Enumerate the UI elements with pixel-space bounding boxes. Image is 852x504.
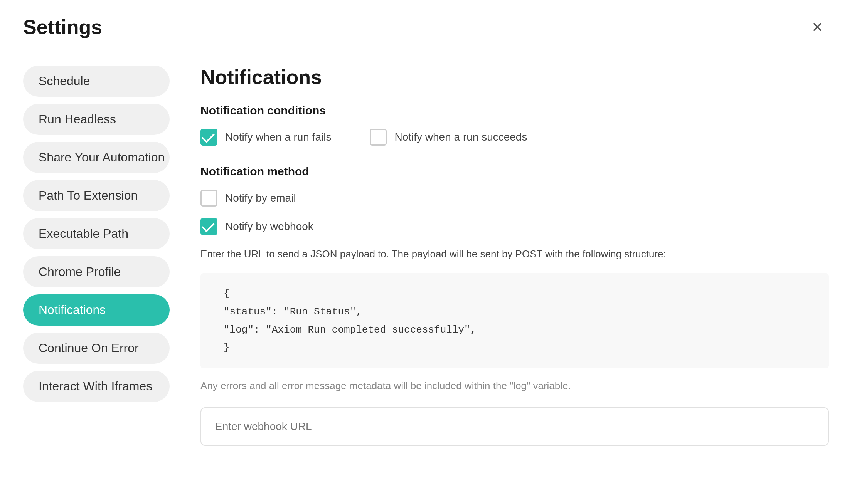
code-line-1: { — [224, 285, 806, 303]
notify-fail-checkbox[interactable] — [200, 129, 217, 146]
webhook-description: Enter the URL to send a JSON payload to.… — [200, 247, 829, 262]
notify-fail-checkbox-container[interactable]: Notify when a run fails — [200, 129, 331, 146]
notify-fail-label: Notify when a run fails — [225, 131, 331, 143]
notify-success-checkbox[interactable] — [370, 129, 387, 146]
notify-webhook-item: Notify by webhook — [200, 218, 829, 235]
sidebar-item-chrome-profile[interactable]: Chrome Profile — [23, 256, 170, 287]
notify-success-label: Notify when a run succeeds — [394, 131, 527, 143]
main-content: Notifications Notification conditions No… — [200, 62, 829, 481]
content-area: Schedule Run Headless Share Your Automat… — [23, 62, 829, 481]
notify-email-checkbox-container[interactable]: Notify by email — [200, 190, 829, 207]
header: Settings × — [23, 15, 829, 39]
code-line-2: "status": "Run Status", — [224, 303, 806, 321]
conditions-row: Notify when a run fails Notify when a ru… — [200, 129, 829, 146]
sidebar-item-path-to-extension[interactable]: Path To Extension — [23, 180, 170, 211]
close-button[interactable]: × — [806, 15, 829, 39]
conditions-label: Notification conditions — [200, 104, 829, 117]
notify-success-checkbox-container[interactable]: Notify when a run succeeds — [370, 129, 527, 146]
notify-webhook-label: Notify by webhook — [225, 220, 313, 233]
notification-conditions-section: Notification conditions Notify when a ru… — [200, 104, 829, 146]
notify-webhook-checkbox-container[interactable]: Notify by webhook — [200, 218, 829, 235]
page-container: Settings × Schedule Run Headless Share Y… — [0, 0, 852, 504]
sidebar-item-run-headless[interactable]: Run Headless — [23, 104, 170, 135]
code-line-3: "log": "Axiom Run completed successfully… — [224, 321, 806, 339]
sidebar-item-interact-with-iframes[interactable]: Interact With Iframes — [23, 371, 170, 402]
webhook-url-input[interactable] — [200, 407, 829, 446]
notifications-section-title: Notifications — [200, 66, 829, 89]
page-title: Settings — [23, 15, 102, 39]
error-note: Any errors and all error message metadat… — [200, 380, 829, 392]
sidebar-item-continue-on-error[interactable]: Continue On Error — [23, 333, 170, 364]
notify-webhook-checkbox[interactable] — [200, 218, 217, 235]
sidebar-item-share-automation[interactable]: Share Your Automation — [23, 142, 170, 173]
sidebar-item-notifications[interactable]: Notifications — [23, 294, 170, 326]
notify-email-checkbox[interactable] — [200, 190, 217, 207]
sidebar-item-schedule[interactable]: Schedule — [23, 66, 170, 97]
code-block: { "status": "Run Status", "log": "Axiom … — [200, 273, 829, 368]
notification-method-section: Notification method Notify by email Noti… — [200, 165, 829, 446]
code-line-4: } — [224, 339, 806, 357]
notify-email-label: Notify by email — [225, 192, 296, 204]
notify-email-item: Notify by email — [200, 190, 829, 207]
method-label: Notification method — [200, 165, 829, 178]
sidebar: Schedule Run Headless Share Your Automat… — [23, 62, 170, 481]
sidebar-item-executable-path[interactable]: Executable Path — [23, 218, 170, 249]
